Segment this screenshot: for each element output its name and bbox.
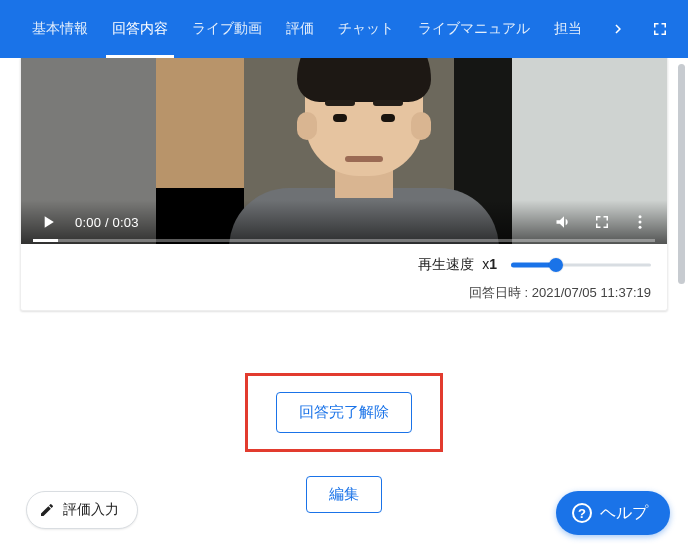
- video-play-button[interactable]: [35, 209, 61, 235]
- evaluation-input-label: 評価入力: [63, 501, 119, 519]
- answer-card: 0:00 / 0:03 再生速度 x1: [20, 58, 668, 311]
- video-progress-fill: [33, 239, 58, 242]
- play-icon: [38, 212, 58, 232]
- video-player[interactable]: 0:00 / 0:03: [21, 58, 667, 244]
- highlight-unlock-box: 回答完了解除: [245, 373, 443, 452]
- slider-thumb[interactable]: [549, 258, 563, 272]
- video-volume-button[interactable]: [551, 209, 577, 235]
- video-time: 0:00 / 0:03: [75, 215, 139, 230]
- evaluation-input-pill[interactable]: 評価入力: [26, 491, 138, 529]
- tab-list: 基本情報 回答内容 ライブ動画 評価 チャット ライブマニュアル 担当: [20, 0, 594, 58]
- help-label: ヘルプ: [600, 503, 648, 524]
- tab-chat[interactable]: チャット: [326, 0, 406, 58]
- tab-evaluation[interactable]: 評価: [274, 0, 326, 58]
- svg-point-0: [639, 215, 642, 218]
- tab-basic-info[interactable]: 基本情報: [20, 0, 100, 58]
- tab-live-manual[interactable]: ライブマニュアル: [406, 0, 542, 58]
- speed-label-text: 再生速度: [418, 256, 474, 272]
- answered-at-row: 回答日時 : 2021/07/05 11:37:19: [37, 284, 651, 302]
- tab-answer-content[interactable]: 回答内容: [100, 0, 180, 58]
- playback-speed-label: 再生速度 x1: [418, 256, 497, 274]
- unlock-answer-button[interactable]: 回答完了解除: [276, 392, 412, 433]
- svg-point-1: [639, 221, 642, 224]
- video-fullscreen-button[interactable]: [589, 209, 615, 235]
- video-controls: 0:00 / 0:03: [21, 200, 667, 244]
- speed-value: 1: [489, 256, 497, 272]
- chevron-right-icon: [609, 20, 627, 38]
- page-scrollbar[interactable]: [678, 64, 685, 284]
- help-pill[interactable]: ? ヘルプ: [556, 491, 670, 535]
- video-duration: 0:03: [113, 215, 139, 230]
- volume-icon: [554, 212, 574, 232]
- tab-bar-right: [604, 15, 680, 43]
- fullscreen-icon: [651, 20, 669, 38]
- tab-person-in-charge[interactable]: 担当: [542, 0, 594, 58]
- video-time-separator: /: [101, 215, 112, 230]
- question-icon: ?: [572, 503, 592, 523]
- video-fullscreen-icon: [593, 213, 611, 231]
- tab-bar: 基本情報 回答内容 ライブ動画 評価 チャット ライブマニュアル 担当: [0, 0, 688, 58]
- edit-button[interactable]: 編集: [306, 476, 382, 513]
- expand-button[interactable]: [646, 15, 674, 43]
- more-vert-icon: [631, 213, 649, 231]
- playback-speed-row: 再生速度 x1: [37, 256, 651, 274]
- svg-point-2: [639, 226, 642, 229]
- video-meta: 再生速度 x1 回答日時 : 2021/07/05 11:37:19: [21, 244, 667, 310]
- answered-at-label: 回答日時 :: [469, 285, 532, 300]
- tab-live-video[interactable]: ライブ動画: [180, 0, 274, 58]
- answered-at-value: 2021/07/05 11:37:19: [532, 285, 651, 300]
- playback-speed-slider[interactable]: [511, 257, 651, 273]
- video-more-button[interactable]: [627, 209, 653, 235]
- pencil-icon: [39, 502, 55, 518]
- app-root: 基本情報 回答内容 ライブ動画 評価 チャット ライブマニュアル 担当: [0, 0, 688, 549]
- video-progress[interactable]: [33, 239, 655, 242]
- video-current-time: 0:00: [75, 215, 101, 230]
- tabs-scroll-right[interactable]: [604, 15, 632, 43]
